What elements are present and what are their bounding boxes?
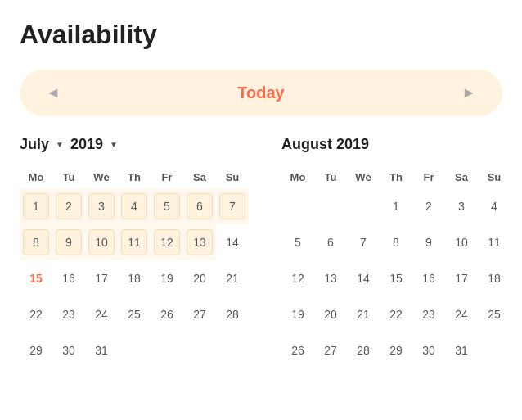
calendar-day[interactable]: 27 bbox=[314, 332, 347, 368]
calendar-day[interactable]: 21 bbox=[216, 260, 249, 296]
calendar-day[interactable]: 29 bbox=[380, 332, 412, 368]
calendar-day[interactable]: 2 bbox=[52, 188, 85, 224]
calendar-day bbox=[281, 188, 314, 224]
calendar-day bbox=[478, 332, 511, 368]
today-label: Today bbox=[237, 84, 284, 102]
calendar-day bbox=[216, 332, 249, 368]
calendar-day[interactable]: 20 bbox=[183, 260, 216, 296]
calendar-day[interactable]: 15 bbox=[20, 260, 52, 296]
page-title: Availability bbox=[20, 20, 502, 50]
calendar-day[interactable]: 24 bbox=[85, 296, 118, 332]
calendar-day[interactable]: 14 bbox=[347, 260, 380, 296]
calendar-day[interactable]: 1 bbox=[380, 188, 412, 224]
calendar-day[interactable]: 30 bbox=[412, 332, 445, 368]
calendar-day[interactable]: 31 bbox=[445, 332, 478, 368]
july-month-dropdown[interactable]: ▼ bbox=[56, 140, 64, 149]
weekday-header: We bbox=[85, 166, 118, 188]
calendar-day[interactable]: 29 bbox=[20, 332, 52, 368]
calendar-day bbox=[347, 188, 380, 224]
weekday-header: We bbox=[347, 166, 380, 188]
calendar-day[interactable]: 21 bbox=[347, 296, 380, 332]
calendar-day[interactable]: 11 bbox=[478, 224, 511, 260]
prev-button[interactable]: ◄ bbox=[39, 81, 67, 105]
august-grid: MoTuWeThFrSaSu 1234567891011121314151617… bbox=[281, 166, 511, 368]
weekday-header: Sa bbox=[445, 166, 478, 188]
weekday-header: Tu bbox=[314, 166, 347, 188]
calendar-day[interactable]: 26 bbox=[151, 296, 183, 332]
calendar-day[interactable]: 14 bbox=[216, 224, 249, 260]
calendar-day[interactable]: 10 bbox=[445, 224, 478, 260]
august-header: August 2019 bbox=[281, 136, 369, 153]
next-button[interactable]: ► bbox=[455, 81, 483, 105]
calendar-day[interactable]: 13 bbox=[183, 224, 216, 260]
calendar-day[interactable]: 4 bbox=[118, 188, 151, 224]
calendar-day[interactable]: 8 bbox=[380, 224, 412, 260]
calendar-day[interactable]: 4 bbox=[478, 188, 511, 224]
weekday-header: Mo bbox=[20, 166, 52, 188]
calendar-day[interactable]: 24 bbox=[445, 296, 478, 332]
weekday-header: Fr bbox=[151, 166, 183, 188]
calendar-day[interactable]: 7 bbox=[347, 224, 380, 260]
calendar-day bbox=[183, 332, 216, 368]
calendar-day bbox=[314, 188, 347, 224]
calendar-day[interactable]: 15 bbox=[380, 260, 412, 296]
calendar-day[interactable]: 9 bbox=[52, 224, 85, 260]
calendar-day[interactable]: 25 bbox=[118, 296, 151, 332]
calendar-day[interactable]: 30 bbox=[52, 332, 85, 368]
calendar-day[interactable]: 27 bbox=[183, 296, 216, 332]
calendar-day[interactable]: 19 bbox=[281, 296, 314, 332]
calendar-day[interactable]: 10 bbox=[85, 224, 118, 260]
calendar-day[interactable]: 23 bbox=[52, 296, 85, 332]
calendar-day[interactable]: 6 bbox=[183, 188, 216, 224]
calendar-day[interactable]: 28 bbox=[216, 296, 249, 332]
calendar-day[interactable]: 6 bbox=[314, 224, 347, 260]
calendar-day[interactable]: 7 bbox=[216, 188, 249, 224]
calendar-day[interactable]: 3 bbox=[85, 188, 118, 224]
calendar-day[interactable]: 16 bbox=[412, 260, 445, 296]
calendar-day[interactable]: 18 bbox=[478, 260, 511, 296]
calendar-day[interactable]: 31 bbox=[85, 332, 118, 368]
calendar-day[interactable]: 22 bbox=[20, 296, 52, 332]
calendar-day[interactable]: 28 bbox=[347, 332, 380, 368]
weekday-header: Th bbox=[118, 166, 151, 188]
calendar-day[interactable]: 8 bbox=[20, 224, 52, 260]
calendar-day[interactable]: 12 bbox=[281, 260, 314, 296]
calendar-day[interactable]: 18 bbox=[118, 260, 151, 296]
calendar-day[interactable]: 26 bbox=[281, 332, 314, 368]
calendar-day[interactable]: 2 bbox=[412, 188, 445, 224]
calendar-day[interactable]: 9 bbox=[412, 224, 445, 260]
weekday-header: Su bbox=[216, 166, 249, 188]
calendar-day[interactable]: 16 bbox=[52, 260, 85, 296]
weekday-header: Mo bbox=[281, 166, 314, 188]
calendar-day[interactable]: 19 bbox=[151, 260, 183, 296]
july-grid: MoTuWeThFrSaSu 1234567891011121314151617… bbox=[20, 166, 249, 368]
weekday-header: Th bbox=[380, 166, 412, 188]
weekday-header: Tu bbox=[52, 166, 85, 188]
weekday-header: Sa bbox=[183, 166, 216, 188]
calendar-day[interactable]: 25 bbox=[478, 296, 511, 332]
calendar-day[interactable]: 5 bbox=[281, 224, 314, 260]
calendar-day bbox=[118, 332, 151, 368]
august-calendar: August 2019 MoTuWeThFrSaSu 1234567891011… bbox=[281, 136, 511, 368]
calendar-day[interactable]: 12 bbox=[151, 224, 183, 260]
july-calendar: July ▼ 2019 ▼ MoTuWeThFrSaSu 12345678910… bbox=[20, 136, 249, 368]
calendar-day[interactable]: 3 bbox=[445, 188, 478, 224]
july-year-dropdown[interactable]: ▼ bbox=[110, 140, 118, 149]
july-year: 2019 bbox=[70, 136, 103, 153]
calendar-day[interactable]: 11 bbox=[118, 224, 151, 260]
calendar-day bbox=[151, 332, 183, 368]
calendar-day[interactable]: 23 bbox=[412, 296, 445, 332]
july-month-name: July bbox=[20, 136, 49, 153]
weekday-header: Su bbox=[478, 166, 511, 188]
calendar-day[interactable]: 17 bbox=[445, 260, 478, 296]
calendar-day[interactable]: 13 bbox=[314, 260, 347, 296]
today-bar: ◄ Today ► bbox=[20, 70, 502, 116]
calendar-day[interactable]: 1 bbox=[20, 188, 52, 224]
calendar-day[interactable]: 5 bbox=[151, 188, 183, 224]
weekday-header: Fr bbox=[412, 166, 445, 188]
calendar-day[interactable]: 17 bbox=[85, 260, 118, 296]
calendar-day[interactable]: 22 bbox=[380, 296, 412, 332]
calendar-day[interactable]: 20 bbox=[314, 296, 347, 332]
